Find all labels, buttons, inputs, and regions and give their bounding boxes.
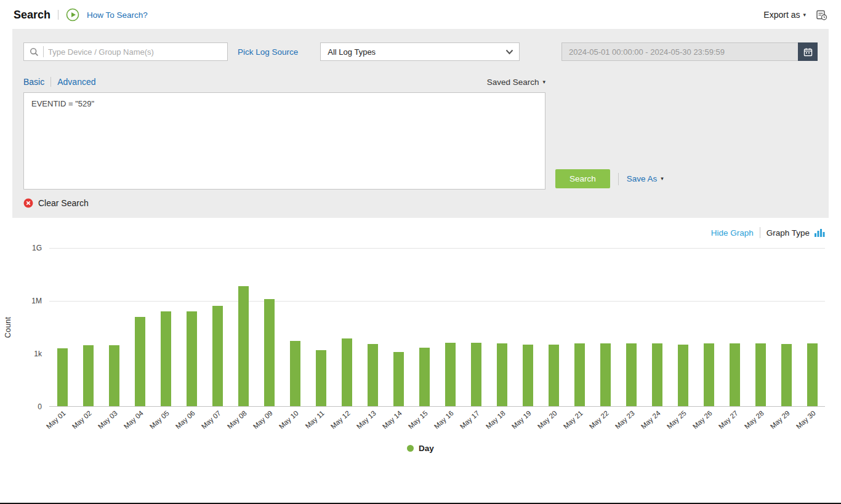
graph-section: Hide Graph Graph Type Count 01k1M1G May …: [0, 218, 841, 453]
chart-bar[interactable]: [497, 343, 507, 406]
chart-bar[interactable]: [316, 350, 326, 406]
bar-slot: [566, 248, 592, 406]
tab-advanced[interactable]: Advanced: [57, 77, 95, 87]
y-axis: Count 01k1M1G: [6, 248, 49, 407]
chart-bar[interactable]: [57, 348, 68, 406]
chart-bar[interactable]: [704, 343, 714, 406]
save-as-dropdown[interactable]: Save As ▾: [627, 174, 664, 183]
chart-bar[interactable]: [238, 286, 249, 406]
tab-basic[interactable]: Basic: [23, 77, 44, 87]
caret-down-icon: ▾: [803, 12, 806, 18]
saved-search-label: Saved Search: [487, 78, 539, 87]
bar-slot: [773, 248, 799, 406]
caret-down-icon: ▾: [542, 79, 545, 85]
chart-legend: Day: [0, 444, 841, 453]
chart-bar[interactable]: [161, 311, 171, 406]
chart-bar[interactable]: [83, 345, 94, 406]
chart-bar[interactable]: [652, 343, 662, 406]
bar-slot: [385, 248, 411, 406]
caret-down-icon: ▾: [661, 176, 664, 182]
plot-area: [49, 248, 825, 407]
chart-bar[interactable]: [445, 343, 456, 406]
video-play-icon[interactable]: [66, 8, 79, 22]
bar-slot: [282, 248, 308, 406]
chart-bar[interactable]: [393, 352, 404, 406]
bar-slot: [127, 248, 153, 406]
graph-type-dropdown[interactable]: Graph Type: [767, 228, 825, 238]
bar-slot: [75, 248, 101, 406]
bar-slot: [437, 248, 463, 406]
export-as-label: Export as: [763, 10, 800, 20]
calendar-button[interactable]: [798, 42, 818, 61]
chart-bar[interactable]: [678, 345, 688, 406]
bar-slot: [799, 248, 825, 406]
chart-bar[interactable]: [574, 343, 585, 406]
top-bar: Search How To Search? Export as ▾: [0, 0, 841, 29]
y-tick-label: 1k: [34, 350, 42, 358]
y-axis-title: Count: [4, 317, 12, 338]
chart-bar[interactable]: [187, 311, 197, 406]
date-range-group: [561, 42, 818, 61]
chart-bar[interactable]: [419, 348, 430, 406]
chart-bar[interactable]: [368, 344, 378, 406]
y-tick-label: 1G: [32, 244, 42, 252]
divider: [618, 173, 619, 185]
bar-slot: [256, 248, 282, 406]
device-input[interactable]: [48, 47, 222, 57]
export-schedule-icon[interactable]: [816, 9, 827, 21]
chart-bar[interactable]: [212, 306, 223, 406]
bar-slot: [592, 248, 618, 406]
bar-slot: [334, 248, 360, 406]
export-as-dropdown[interactable]: Export as ▾: [763, 10, 806, 20]
chart-bar[interactable]: [730, 343, 740, 406]
chart-bar[interactable]: [264, 299, 275, 406]
chart-bar[interactable]: [471, 343, 481, 406]
y-tick-label: 0: [38, 402, 42, 411]
chart-bar[interactable]: [807, 343, 818, 406]
clear-search-button[interactable]: Clear Search: [23, 198, 89, 208]
query-textarea[interactable]: EVENTID = "529": [23, 92, 545, 190]
chart-bar[interactable]: [290, 341, 300, 406]
divider: [760, 227, 760, 238]
how-to-search-link[interactable]: How To Search?: [87, 10, 148, 20]
y-tick-label: 1M: [31, 297, 42, 305]
divider: [43, 46, 44, 57]
clear-search-label: Clear Search: [38, 198, 89, 208]
clear-icon: [23, 198, 33, 208]
divider: [50, 77, 51, 87]
save-as-label: Save As: [627, 174, 658, 183]
pick-log-source-link[interactable]: Pick Log Source: [238, 47, 298, 57]
saved-search-dropdown[interactable]: Saved Search ▾: [487, 78, 545, 87]
bar-slot: [696, 248, 722, 406]
hide-graph-link[interactable]: Hide Graph: [711, 228, 754, 238]
chart-bar[interactable]: [342, 338, 352, 406]
bar-slot: [360, 248, 385, 406]
log-type-select[interactable]: All Log Types: [320, 42, 520, 61]
x-tick-label: May 01: [45, 409, 67, 430]
chart-bar[interactable]: [523, 345, 533, 406]
chart-bar[interactable]: [626, 343, 637, 406]
graph-toolbar: Hide Graph Graph Type: [0, 218, 841, 241]
legend-marker: [407, 445, 414, 452]
bar-slot: [49, 248, 75, 406]
bar-slot: [101, 248, 127, 406]
bar-slot: [308, 248, 334, 406]
bar-slot: [515, 248, 541, 406]
search-panel: Pick Log Source All Log Types: [12, 29, 829, 218]
chart-bar[interactable]: [135, 317, 145, 406]
x-axis-labels: May 01May 02May 03May 04May 05May 06May …: [49, 407, 825, 442]
bar-slot: [411, 248, 437, 406]
bar-slot: [179, 248, 204, 406]
chart-bar[interactable]: [755, 343, 766, 406]
chart-bar[interactable]: [781, 344, 792, 406]
chart-bar[interactable]: [549, 345, 559, 406]
chart-bar[interactable]: [600, 343, 611, 406]
bar-chart: Count 01k1M1G May 01May 02May 03May 04Ma…: [6, 248, 825, 442]
bar-chart-icon: [814, 228, 825, 238]
chart-bar[interactable]: [109, 345, 119, 406]
bar-slot: [644, 248, 670, 406]
bar-slot: [204, 248, 230, 406]
date-range-input[interactable]: [561, 42, 798, 61]
bar-slot: [541, 248, 566, 406]
search-button[interactable]: Search: [555, 169, 610, 188]
